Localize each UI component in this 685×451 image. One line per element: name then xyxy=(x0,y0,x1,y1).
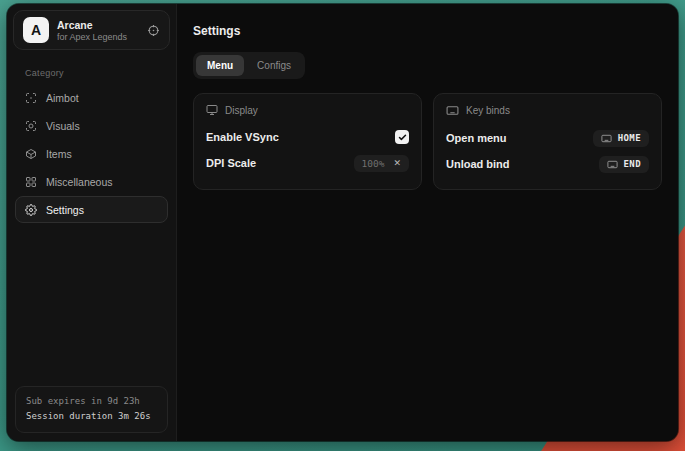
cheat-menu-window: A Arcane for Apex Legends Category xyxy=(7,4,678,441)
keybinds-card-title: Key binds xyxy=(466,105,510,116)
unload-bind-row: Unload bind END xyxy=(446,151,649,177)
crosshair-icon xyxy=(25,92,37,104)
open-menu-label: Open menu xyxy=(446,132,507,144)
open-menu-row: Open menu HOME xyxy=(446,125,649,151)
unload-bind-keybind-button[interactable]: END xyxy=(599,156,649,173)
keyboard-icon xyxy=(446,104,459,117)
open-menu-keybind-button[interactable]: HOME xyxy=(593,130,649,147)
dpi-scale-input[interactable]: 100% ✕ xyxy=(354,155,409,172)
brand-logo: A xyxy=(23,17,49,43)
display-card-title: Display xyxy=(225,105,258,116)
keybinds-card: Key binds Open menu HOME Unload bin xyxy=(433,93,662,190)
page-title: Settings xyxy=(193,24,662,38)
unload-bind-label: Unload bind xyxy=(446,158,510,170)
sidebar-item-label: Settings xyxy=(46,204,84,216)
keyboard-icon xyxy=(607,159,618,170)
keybinds-card-header: Key binds xyxy=(446,104,649,117)
box-icon xyxy=(25,148,37,160)
sidebar: A Arcane for Apex Legends Category xyxy=(7,4,177,441)
dpi-scale-row: DPI Scale 100% ✕ xyxy=(206,150,409,176)
sidebar-item-label: Miscellaneous xyxy=(46,176,113,188)
keyboard-icon xyxy=(601,133,612,144)
display-card-header: Display xyxy=(206,104,409,116)
vsync-row: Enable VSync xyxy=(206,124,409,150)
sidebar-item-settings[interactable]: Settings xyxy=(15,196,168,223)
tab-menu[interactable]: Menu xyxy=(196,55,244,76)
dpi-scale-label: DPI Scale xyxy=(206,157,256,169)
unload-bind-key: END xyxy=(624,159,641,169)
vsync-label: Enable VSync xyxy=(206,131,279,143)
subscription-status-card: Sub expires in 9d 23h Session duration 3… xyxy=(15,386,168,434)
eye-scan-icon xyxy=(25,120,37,132)
sidebar-item-label: Items xyxy=(46,148,72,160)
clear-icon[interactable]: ✕ xyxy=(393,159,401,168)
settings-cards: Display Enable VSync DPI Scale 100% ✕ xyxy=(193,93,662,190)
tab-configs[interactable]: Configs xyxy=(246,55,302,76)
category-label: Category xyxy=(25,68,176,78)
grid-icon xyxy=(25,176,37,188)
open-menu-key: HOME xyxy=(618,133,641,143)
check-icon xyxy=(398,133,407,142)
target-icon[interactable] xyxy=(147,24,160,37)
sidebar-item-items[interactable]: Items xyxy=(15,140,168,167)
sidebar-item-label: Aimbot xyxy=(46,92,79,104)
brand-header: A Arcane for Apex Legends xyxy=(13,10,170,50)
tab-bar: Menu Configs xyxy=(193,52,305,79)
brand-name: Arcane xyxy=(57,19,127,31)
brand-subtitle: for Apex Legends xyxy=(57,32,127,42)
vsync-checkbox[interactable] xyxy=(395,130,409,144)
sidebar-item-miscellaneous[interactable]: Miscellaneous xyxy=(15,168,168,195)
sidebar-item-visuals[interactable]: Visuals xyxy=(15,112,168,139)
monitor-icon xyxy=(206,104,218,116)
brand-text: Arcane for Apex Legends xyxy=(57,19,127,42)
main-content: Settings Menu Configs Display Enable VSy… xyxy=(177,4,678,441)
sub-expires-text: Sub expires in 9d 23h xyxy=(26,394,157,410)
dpi-scale-value: 100% xyxy=(362,158,385,169)
session-duration-text: Session duration 3m 26s xyxy=(26,409,157,425)
sidebar-item-aimbot[interactable]: Aimbot xyxy=(15,84,168,111)
display-card: Display Enable VSync DPI Scale 100% ✕ xyxy=(193,93,422,190)
sidebar-nav: Aimbot Visuals Items xyxy=(7,84,176,223)
sidebar-item-label: Visuals xyxy=(46,120,80,132)
gear-icon xyxy=(25,204,37,216)
